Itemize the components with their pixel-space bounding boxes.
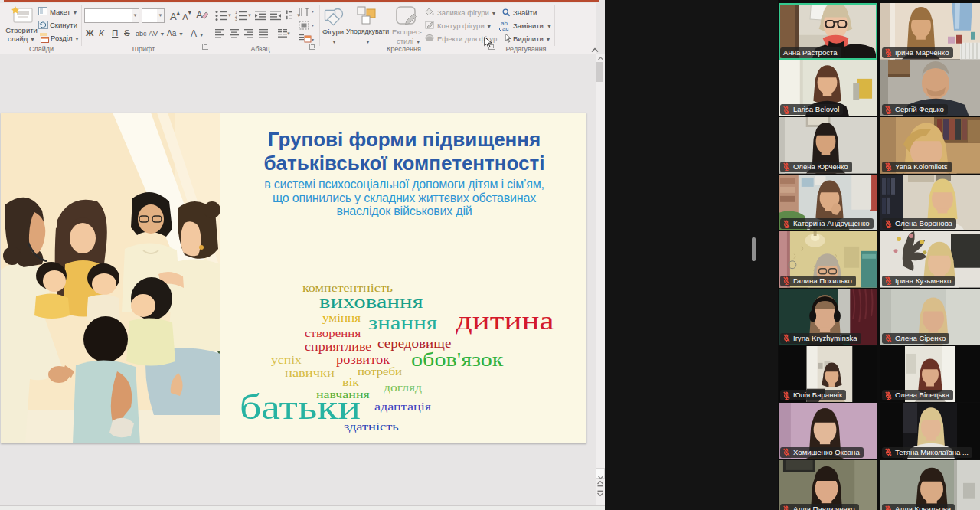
svg-text:3: 3 bbox=[235, 17, 237, 21]
svg-text:▾: ▾ bbox=[312, 23, 314, 28]
svg-text:ac: ac bbox=[502, 25, 508, 31]
svg-text:A: A bbox=[196, 9, 203, 21]
svg-text:▾: ▾ bbox=[312, 38, 314, 42]
svg-text:▾: ▾ bbox=[312, 9, 314, 14]
